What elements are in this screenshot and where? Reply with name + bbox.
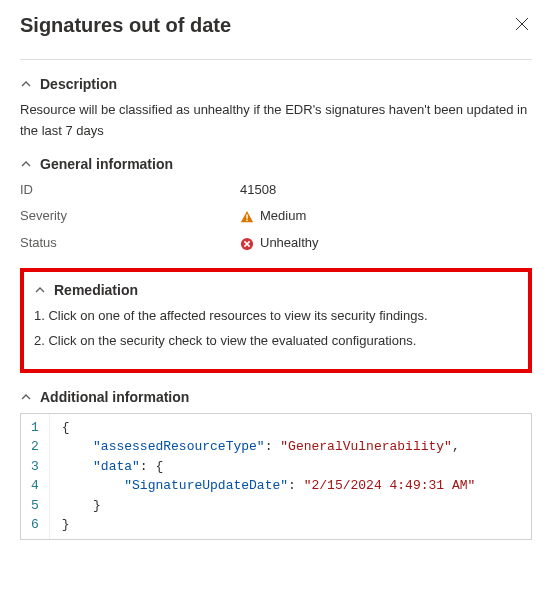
chevron-up-icon [20,158,32,170]
chevron-up-icon [34,284,46,296]
error-icon [240,237,254,251]
chevron-up-icon [20,78,32,90]
section-toggle-remediation[interactable]: Remediation [34,282,518,298]
label-id: ID [20,180,240,201]
section-general: General information ID 41508 Severity Me… [20,156,532,254]
section-title-general: General information [40,156,173,172]
line-number: 1 [31,418,39,438]
value-severity: Medium [260,206,306,227]
section-additional: Additional information 1 2 3 4 5 6 { "as… [20,389,532,540]
svg-rect-0 [246,214,247,218]
section-description: Description Resource will be classified … [20,76,532,142]
close-button[interactable] [512,14,532,34]
label-severity: Severity [20,206,240,227]
value-status: Unhealthy [260,233,319,254]
chevron-up-icon [20,391,32,403]
section-remediation: Remediation 1. Click on one of the affec… [20,268,532,373]
divider [20,59,532,60]
code-viewer[interactable]: 1 2 3 4 5 6 { "assessedResourceType": "G… [20,413,532,540]
section-toggle-additional[interactable]: Additional information [20,389,532,405]
line-number: 3 [31,457,39,477]
value-id: 41508 [240,180,276,201]
code-gutter: 1 2 3 4 5 6 [21,414,50,539]
line-number: 2 [31,437,39,457]
line-number: 5 [31,496,39,516]
remediation-step-1: 1. Click on one of the affected resource… [34,306,518,326]
section-title-remediation: Remediation [54,282,138,298]
description-text: Resource will be classified as unhealthy… [20,100,532,142]
info-row-status: Status Unhealthy [20,233,532,254]
label-status: Status [20,233,240,254]
page-title: Signatures out of date [20,14,231,37]
info-row-severity: Severity Medium [20,206,532,227]
svg-rect-1 [246,219,247,220]
section-title-additional: Additional information [40,389,189,405]
remediation-step-2: 2. Click on the security check to view t… [34,331,518,351]
warning-icon [240,210,254,224]
close-icon [514,16,530,32]
code-content: { "assessedResourceType": "GeneralVulner… [50,414,531,539]
section-toggle-general[interactable]: General information [20,156,532,172]
info-row-id: ID 41508 [20,180,532,201]
line-number: 6 [31,515,39,535]
section-title-description: Description [40,76,117,92]
section-toggle-description[interactable]: Description [20,76,532,92]
line-number: 4 [31,476,39,496]
